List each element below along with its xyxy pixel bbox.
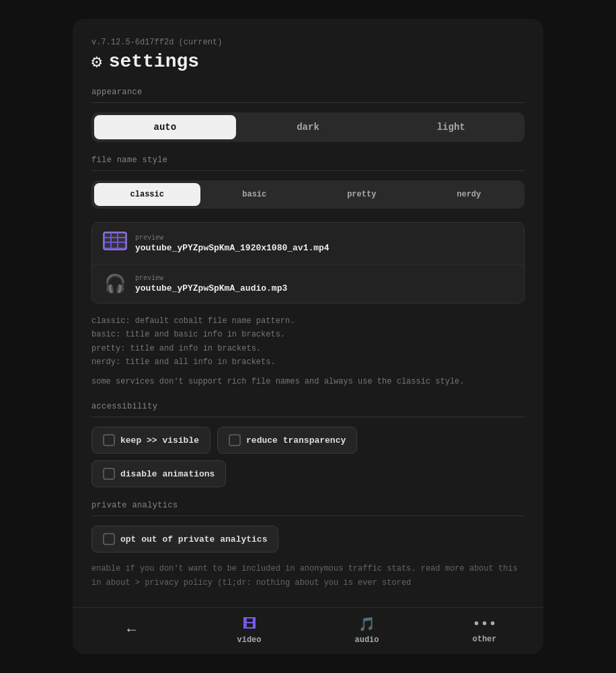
appearance-dark-btn[interactable]: dark (237, 115, 379, 139)
video-preview-text: preview youtube_yPYZpwSpKmA_1920x1080_av… (135, 234, 330, 253)
filename-classic-btn[interactable]: classic (94, 183, 200, 206)
filename-divider (91, 170, 525, 171)
preview-video-item: preview youtube_yPYZpwSpKmA_1920x1080_av… (92, 223, 524, 265)
nav-video[interactable]: 🎞 video (226, 616, 273, 645)
analytics-description: enable if you don't want to be included … (91, 562, 525, 596)
desc-basic: basic: title and basic info in brackets. (91, 328, 525, 341)
video-nav-icon: 🎞 (243, 616, 256, 633)
audio-nav-icon: 🎵 (358, 616, 375, 633)
filename-segmented-control: classic basic pretty nerdy (91, 180, 525, 209)
svg-rect-8 (105, 243, 110, 248)
opt-out-label: opt out of private analytics (120, 534, 267, 544)
audio-preview-label: preview (135, 275, 287, 282)
audio-preview-icon: 🎧 (103, 273, 127, 295)
desc-pretty: pretty: title and info in brackets. (91, 342, 525, 355)
accessibility-divider (91, 417, 525, 417)
reduce-transparency-checkbox (229, 434, 241, 446)
audio-nav-label: audio (354, 635, 379, 645)
version-text: v.7.12.5-6d17ff2d (current) (91, 38, 525, 47)
keep-visible-btn[interactable]: keep >> visible (91, 427, 210, 454)
reduce-transparency-label: reduce transparency (246, 435, 346, 446)
settings-page: v.7.12.5-6d17ff2d (current) ⚙ settings a… (73, 19, 543, 608)
disable-animations-label: disable animations (120, 469, 215, 479)
filename-style-label: file name style (91, 155, 525, 165)
analytics-divider (91, 516, 525, 516)
filename-basic-btn[interactable]: basic (202, 183, 308, 206)
accessibility-row-2: disable animations (91, 460, 525, 487)
disable-animations-checkbox (103, 468, 115, 480)
scroll-area[interactable]: v.7.12.5-6d17ff2d (current) ⚙ settings a… (91, 38, 525, 608)
accessibility-label: accessibility (91, 402, 525, 411)
appearance-auto-btn[interactable]: auto (94, 115, 236, 139)
keep-visible-checkbox (103, 434, 115, 446)
appearance-label: appearance (91, 87, 525, 97)
nav-other[interactable]: ••• other (461, 616, 508, 644)
filename-note: some services don't support rich file na… (91, 376, 525, 388)
svg-rect-10 (118, 243, 125, 248)
other-nav-icon: ••• (472, 616, 496, 632)
keep-visible-label: keep >> visible (120, 435, 199, 446)
svg-rect-2 (105, 234, 110, 237)
filename-pretty-btn[interactable]: pretty (309, 183, 415, 206)
desc-nerdy: nerdy: title and all info in brackets. (91, 355, 525, 369)
appearance-divider (91, 102, 525, 103)
svg-rect-3 (112, 234, 117, 237)
nav-audio[interactable]: 🎵 audio (344, 616, 391, 645)
disable-animations-btn[interactable]: disable animations (91, 460, 226, 487)
private-analytics-label: private analytics (91, 501, 525, 510)
title-label: settings (109, 51, 199, 72)
page-title: ⚙ settings (91, 51, 525, 73)
phone-container: v.7.12.5-6d17ff2d (current) ⚙ settings a… (73, 19, 543, 655)
filename-nerdy-btn[interactable]: nerdy (416, 183, 523, 206)
back-button[interactable]: ← (108, 622, 155, 639)
opt-out-checkbox (103, 533, 115, 545)
video-preview-icon (103, 231, 127, 256)
preview-box: preview youtube_yPYZpwSpKmA_1920x1080_av… (91, 222, 525, 304)
accessibility-row-1: keep >> visible reduce transparency (91, 427, 525, 454)
opt-out-btn[interactable]: opt out of private analytics (91, 526, 278, 553)
appearance-light-btn[interactable]: light (380, 115, 522, 139)
desc-classic: classic: default cobalt file name patter… (91, 314, 525, 328)
svg-rect-4 (118, 234, 125, 237)
video-nav-label: video (237, 635, 261, 645)
video-preview-filename: youtube_yPYZpwSpKmA_1920x1080_av1.mp4 (135, 243, 330, 253)
audio-preview-filename: youtube_yPYZpwSpKmA_audio.mp3 (135, 283, 287, 293)
gear-icon: ⚙ (91, 51, 102, 73)
other-nav-label: other (472, 635, 496, 644)
audio-preview-text: preview youtube_yPYZpwSpKmA_audio.mp3 (135, 275, 287, 293)
reduce-transparency-btn[interactable]: reduce transparency (217, 427, 357, 454)
svg-rect-5 (105, 238, 110, 242)
svg-rect-6 (112, 238, 117, 242)
video-preview-label: preview (135, 234, 330, 242)
preview-audio-item: 🎧 preview youtube_yPYZpwSpKmA_audio.mp3 (92, 265, 524, 303)
bottom-nav: ← 🎞 video 🎵 audio ••• other (73, 607, 543, 654)
filename-descriptions: classic: default cobalt file name patter… (91, 314, 525, 369)
svg-rect-9 (112, 243, 117, 248)
svg-rect-7 (118, 238, 125, 242)
appearance-segmented-control: auto dark light (91, 112, 525, 142)
